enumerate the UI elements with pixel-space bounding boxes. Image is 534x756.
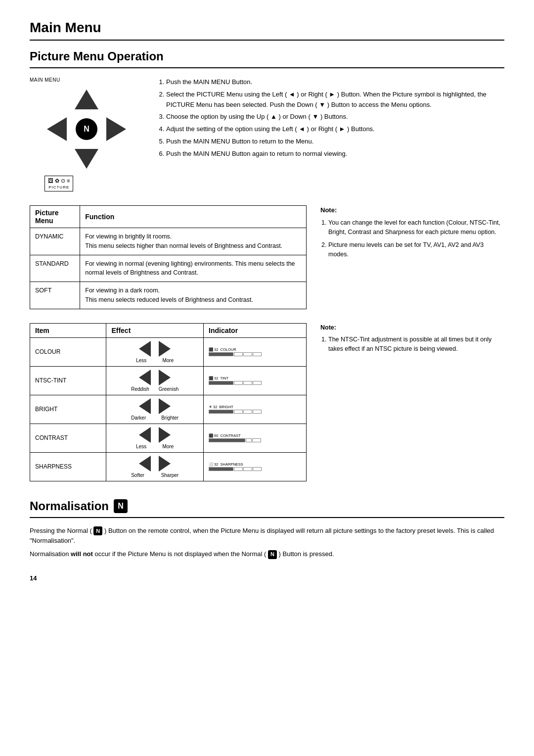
right-arrow-icon [159,427,171,443]
normalisation-section: Normalisation N Pressing the Normal ( N … [30,499,504,560]
normalisation-title: Normalisation N [30,499,504,518]
picture-menu-note: Note: You can change the level for each … [320,205,504,309]
diagram-area: MAIN MENU N 🖼 ✿ ⊙ ≡ PICTURE [30,77,143,191]
label-sharper: Sharper [161,472,179,478]
label-less-contrast: Less [136,444,146,449]
col-indicator: Indicator [204,323,307,337]
label-more-contrast: More [162,444,174,449]
instructions-area: Push the MAIN MENU Button. Select the PI… [158,77,504,191]
indicator-bright: ☀ 32 BRIGHT [204,395,307,424]
table-row: NTSC-TINT Reddish Greenish [30,366,307,395]
picture-icon-box: 🖼 ✿ ⊙ ≡ PICTURE [44,176,73,191]
normalisation-n-badge: N [114,499,128,513]
right-arrow-icon [159,456,171,472]
left-arrow-icon [139,341,151,357]
table-row: DYNAMIC For viewing in brightly lit room… [30,228,307,255]
left-arrow-icon [139,456,151,472]
nav-up-arrow [75,90,98,109]
effect-note-title: Note: [320,324,336,331]
item-ntsc-tint: NTSC-TINT [30,366,106,395]
inline-n-badge-2: N [268,550,277,559]
indicator-contrast: ⬛ 60 CONTRAST [204,424,307,452]
effect-note-item-1: The NTSC-Tint adjustment is possible at … [328,335,504,354]
effect-ntsc-tint: Reddish Greenish [106,366,204,395]
picture-label: PICTURE [48,185,69,189]
picture-menu-table-wrap: Picture Menu Function DYNAMIC For viewin… [30,205,307,309]
nav-down-arrow [75,149,98,169]
inline-n-badge-1: N [93,526,102,535]
indicator-ntsc-tint: ⬛ 32 TINT [204,366,307,395]
right-arrow-icon [159,398,171,414]
label-reddish: Reddish [131,386,149,392]
table-row: COLOUR Less More [30,337,307,366]
right-arrow-icon [159,341,171,357]
table-row: STANDARD For viewing in normal (evening … [30,255,307,282]
effect-contrast: Less More [106,424,204,452]
indicator-sharpness: ⬜ 32 SHARPNESS [204,452,307,481]
label-softer: Softer [131,472,144,478]
normalisation-para-2: Normalisation will not occur if the Pict… [30,549,504,560]
col-item: Item [30,323,106,337]
nav-container: N [47,90,126,169]
instruction-3: Choose the option by using the Up ( ▲ ) … [166,112,504,122]
table-row: CONTRAST Less More [30,424,307,452]
picture-menu-table: Picture Menu Function DYNAMIC For viewin… [30,205,307,309]
table-row: BRIGHT Darker Brighter [30,395,307,424]
col-picture-menu: Picture Menu [30,206,80,228]
left-arrow-icon [139,370,151,385]
picture-icons: 🖼 ✿ ⊙ ≡ [48,178,70,184]
main-title: Main Menu [30,20,504,41]
instruction-5: Push the MAIN MENU Button to return to t… [166,137,504,147]
effect-sharpness: Softer Sharper [106,452,204,481]
item-standard: STANDARD [30,255,80,282]
note-title: Note: [320,206,337,214]
item-contrast: CONTRAST [30,424,106,452]
note-list: You can change the level for each functi… [320,218,504,259]
will-not-text: will not [71,550,93,558]
effect-note-list: The NTSC-Tint adjustment is possible at … [320,335,504,354]
item-bright: BRIGHT [30,395,106,424]
picture-menu-section: Picture Menu Function DYNAMIC For viewin… [30,205,504,309]
label-darker: Darker [131,415,146,421]
left-arrow-icon [139,398,151,414]
effect-table-wrap: Item Effect Indicator COLOUR [30,323,307,481]
label-less: Less [136,358,146,363]
diagram-label: MAIN MENU [30,77,60,83]
item-soft: SOFT [30,282,80,309]
nav-left-arrow [47,117,67,141]
effect-section: Item Effect Indicator COLOUR [30,323,504,481]
function-dynamic: For viewing in brightly lit rooms.This m… [80,228,307,255]
note-item-1: You can change the level for each functi… [328,218,504,237]
function-standard: For viewing in normal (evening lighting)… [80,255,307,282]
left-arrow-icon [139,427,151,443]
nav-center-button: N [76,118,97,140]
effect-bright: Darker Brighter [106,395,204,424]
right-arrow-icon [159,370,171,385]
normalisation-para-1: Pressing the Normal ( N ) Button on the … [30,526,504,547]
effect-table: Item Effect Indicator COLOUR [30,323,307,481]
effect-note: Note: The NTSC-Tint adjustment is possib… [320,323,504,481]
table-row: SHARPNESS Softer Sharper [30,452,307,481]
item-dynamic: DYNAMIC [30,228,80,255]
instruction-4: Adjust the setting of the option using t… [166,124,504,135]
instructions-list: Push the MAIN MENU Button. Select the PI… [158,77,504,159]
page-number: 14 [30,574,504,582]
label-brighter: Brighter [161,415,178,421]
col-function: Function [80,206,307,228]
nav-right-arrow [106,117,126,141]
function-soft: For viewing in a dark room.This menu sel… [80,282,307,309]
effect-colour: Less More [106,337,204,366]
section1-title: Picture Menu Operation [30,49,504,68]
label-greenish: Greenish [159,386,179,392]
instruction-6: Push the MAIN MENU Button again to retur… [166,149,504,159]
indicator-colour: ⬛ 32 COLOUR [204,337,307,366]
picture-icon-row: 🖼 ✿ ⊙ ≡ PICTURE [44,176,73,191]
top-section: MAIN MENU N 🖼 ✿ ⊙ ≡ PICTURE Pus [30,77,504,191]
item-sharpness: SHARPNESS [30,452,106,481]
col-effect: Effect [106,323,204,337]
note-item-2: Picture menu levels can be set for TV, A… [328,240,504,259]
item-colour: COLOUR [30,337,106,366]
instruction-1: Push the MAIN MENU Button. [166,77,504,88]
instruction-2: Select the PICTURE Menu using the Left (… [166,90,504,110]
table-row: SOFT For viewing in a dark room.This men… [30,282,307,309]
